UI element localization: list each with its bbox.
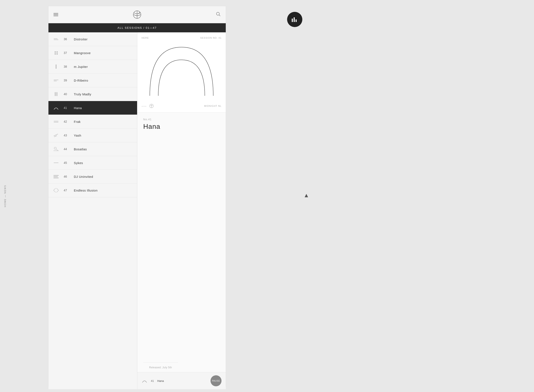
artwork-meta-top: HERE SESSION No. 41 <box>142 37 222 39</box>
track-item[interactable]: 40 Truly Madly <box>48 87 137 101</box>
track-item-active[interactable]: 41 Hana <box>48 101 137 115</box>
svg-rect-2 <box>296 19 297 22</box>
charts-icon <box>291 17 298 22</box>
track-detail-name: Hana <box>143 123 220 131</box>
svg-point-7 <box>217 12 219 15</box>
track-item[interactable]: 42 Frak <box>48 115 137 129</box>
sessions-label: ALL SESSIONS / 01—47 <box>118 26 156 29</box>
track-item[interactable]: 39 D-Ribeiro <box>48 74 137 87</box>
search-button[interactable] <box>216 12 221 18</box>
player-bar: 41 Hana PAUSE <box>137 372 226 389</box>
track-number: 39 <box>64 79 70 82</box>
track-number: 41 <box>64 106 70 110</box>
svg-line-8 <box>219 15 220 16</box>
released-label: Released: July 5th <box>143 362 178 372</box>
side-navigation: HOME — NEWS <box>4 185 6 207</box>
track-icon-36 <box>53 36 59 42</box>
track-number: 40 <box>64 92 70 96</box>
sessions-bar: ALL SESSIONS / 01—47 <box>48 23 226 32</box>
track-icon-46 <box>53 173 59 180</box>
svg-line-10 <box>56 149 58 151</box>
track-list: 36 Distroiter 37 Mangroove <box>48 32 137 389</box>
artwork-footer-right: MIDNIGHT NL <box>204 105 222 107</box>
track-name: Mangroove <box>74 51 91 55</box>
player-track-name: Hana <box>157 379 164 383</box>
track-icon-38 <box>53 63 59 70</box>
player-track-info: 41 Hana <box>142 379 164 383</box>
artwork-visual <box>142 39 222 104</box>
track-item[interactable]: 47 Endless Illusion <box>48 183 137 197</box>
svg-line-12 <box>53 188 56 190</box>
track-icon-47 <box>53 187 59 194</box>
track-item[interactable]: 43 Yash <box>48 129 137 142</box>
artwork-footer-left: —— <box>142 105 146 107</box>
track-item[interactable]: 36 Distroiter <box>48 32 137 46</box>
meta-logo: —— <box>142 104 154 108</box>
track-number: 42 <box>64 120 70 123</box>
svg-line-13 <box>53 190 56 192</box>
track-number: 36 <box>64 37 70 41</box>
track-icon-43 <box>53 132 59 139</box>
track-icon-41 <box>53 104 59 111</box>
track-item[interactable]: 44 Bosatlas <box>48 142 137 156</box>
menu-button[interactable] <box>53 13 58 16</box>
main-container: ALL SESSIONS / 01—47 36 Distroiter <box>48 6 226 387</box>
svg-marker-3 <box>305 194 308 197</box>
track-detail-section: No.41 Hana Released: July 5th 41 Hana PA… <box>137 113 226 389</box>
track-detail-no: No.41 <box>143 118 220 121</box>
pause-button[interactable]: PAUSE <box>211 375 222 386</box>
track-icon-40 <box>53 91 59 98</box>
track-item[interactable]: 37 Mangroove <box>48 46 137 60</box>
track-icon-42 <box>53 118 59 125</box>
track-item[interactable]: 46 DJ Uninvited <box>48 170 137 183</box>
svg-line-14 <box>57 188 59 190</box>
side-nav-label: HOME — NEWS <box>4 185 6 207</box>
app-header <box>48 6 226 23</box>
track-item[interactable]: 38 m Jupiter <box>48 60 137 74</box>
track-icon-37 <box>53 50 59 56</box>
track-name: Yash <box>74 134 81 137</box>
track-number: 45 <box>64 161 70 164</box>
track-name: m Jupiter <box>74 65 88 69</box>
artwork-meta-bottom: —— MIDNIGHT NL <box>142 104 222 108</box>
track-number: 46 <box>64 175 70 178</box>
track-item[interactable]: 45 Sykes <box>48 156 137 170</box>
track-name: DJ Uninvited <box>74 175 93 178</box>
track-icon-44 <box>53 146 59 152</box>
track-number: 44 <box>64 147 70 151</box>
svg-point-9 <box>54 147 56 149</box>
arrow-button[interactable] <box>305 193 308 199</box>
track-name: Truly Madly <box>74 92 91 96</box>
track-number: 47 <box>64 189 70 192</box>
track-name: Endless Illusion <box>74 189 98 192</box>
track-name: Hana <box>74 106 82 110</box>
svg-rect-0 <box>292 19 293 22</box>
track-name: Bosatlas <box>74 147 87 151</box>
track-name: D-Ribeiro <box>74 79 88 82</box>
track-icon-45 <box>53 159 59 166</box>
track-name: Distroiter <box>74 37 88 41</box>
artwork-area: HERE SESSION No. 41 —— <box>137 32 226 113</box>
track-number: 37 <box>64 51 70 55</box>
track-number: 38 <box>64 65 70 68</box>
app-logo <box>132 10 142 19</box>
charts-button[interactable] <box>287 12 302 27</box>
artwork-meta-here: HERE <box>142 37 149 39</box>
track-icon-39 <box>53 77 59 84</box>
track-number: 43 <box>64 134 70 137</box>
content-area: 36 Distroiter 37 Mangroove <box>48 32 226 389</box>
track-name: Frak <box>74 120 80 123</box>
detail-panel: HERE SESSION No. 41 —— <box>137 32 226 389</box>
svg-rect-1 <box>294 17 295 22</box>
svg-line-15 <box>57 190 59 192</box>
player-track-number: 41 <box>151 379 154 383</box>
track-name: Sykes <box>74 161 83 165</box>
arrow-up-icon <box>305 193 308 198</box>
artwork-meta-session: SESSION No. 41 <box>200 37 222 39</box>
